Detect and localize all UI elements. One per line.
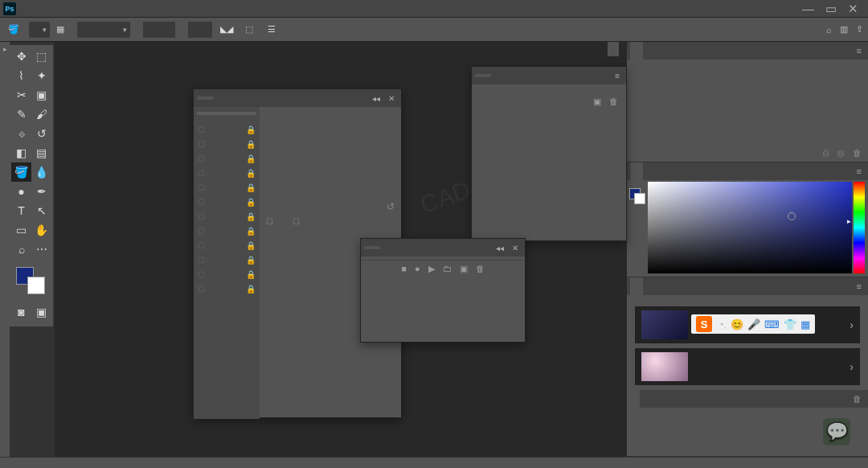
collapse-icon[interactable]: ◂◂ <box>493 244 507 252</box>
color-tab[interactable] <box>630 162 643 180</box>
ime-toolbar[interactable]: S •, 😊 🎤 ⌨ 👕 ▦ <box>691 314 815 334</box>
opt-dual-brush[interactable]: ☐🔒 <box>194 166 260 181</box>
gradient-tool[interactable]: ▤ <box>31 143 51 162</box>
opt-wet-edge[interactable]: ☐🔒 <box>194 239 260 253</box>
panel-dock-right[interactable] <box>608 42 619 56</box>
marquee-tool[interactable]: ⬚ <box>31 47 51 66</box>
maximize-button[interactable]: ▭ <box>825 2 837 16</box>
workspace-icon[interactable]: ▥ <box>840 24 848 35</box>
opt-noise[interactable]: ☐🔒 <box>194 224 260 239</box>
swatches-tab[interactable] <box>475 74 491 77</box>
close-panel-icon[interactable]: ✕ <box>385 94 398 103</box>
panel-menu-icon[interactable]: ≡ <box>854 166 865 176</box>
path-select-tool[interactable]: ↖ <box>31 201 51 220</box>
opt-protect-tex[interactable]: ☐🔒 <box>194 282 260 297</box>
all-layers-icon[interactable]: ☰ <box>264 22 280 38</box>
ime-emoji-icon[interactable]: 😊 <box>731 318 743 330</box>
adjust-tab[interactable] <box>656 277 669 295</box>
panel-menu-icon[interactable]: ≡ <box>854 281 865 291</box>
trash-icon[interactable]: 🗑 <box>609 96 618 107</box>
move-tool[interactable]: ✥ <box>11 47 31 66</box>
fg-bg-swatch[interactable] <box>16 267 47 299</box>
pattern-icon[interactable]: ▦ <box>56 24 64 35</box>
new-set-icon[interactable]: 🗀 <box>443 264 452 274</box>
ime-punct-icon[interactable]: •, <box>720 318 727 330</box>
zoom-tool[interactable]: ⌕ <box>11 240 31 259</box>
brush-tool[interactable]: 🖌 <box>31 105 51 124</box>
tolerance-value[interactable] <box>188 22 212 38</box>
actions-tab[interactable] <box>364 246 380 249</box>
opt-color-dyn[interactable]: ☐🔒 <box>194 181 260 195</box>
paths-tab[interactable] <box>653 390 665 408</box>
ime-skin-icon[interactable]: 👕 <box>784 318 796 330</box>
opacity-value[interactable] <box>143 22 175 38</box>
pen-tool[interactable]: ✒ <box>31 182 51 201</box>
clone-tool[interactable]: ⟐ <box>11 124 31 143</box>
opt-buildup[interactable]: ☐🔒 <box>194 253 260 268</box>
opt-scatter[interactable]: ☐🔒 <box>194 138 260 152</box>
ime-keyboard-icon[interactable]: ⌨ <box>764 318 780 330</box>
opt-pose[interactable]: ☐🔒 <box>194 210 260 224</box>
bucket-tool[interactable]: 🪣 <box>11 162 31 182</box>
quickmask-tool[interactable]: ◙ <box>13 302 30 322</box>
snapshot-icon[interactable]: ◎ <box>837 148 845 158</box>
lasso-tool[interactable]: ⌇ <box>11 66 31 85</box>
crop-tool[interactable]: ✂ <box>11 85 31 105</box>
trash-icon[interactable]: 🗑 <box>853 148 862 158</box>
ime-mic-icon[interactable]: 🎤 <box>747 318 760 330</box>
trash-icon[interactable]: 🗑 <box>476 264 485 274</box>
trash-icon[interactable]: 🗑 <box>846 394 868 404</box>
magic-wand-tool[interactable]: ✦ <box>31 66 51 85</box>
hue-slider[interactable] <box>854 182 865 273</box>
stop-icon[interactable]: ■ <box>401 264 407 274</box>
brush-settings-tab[interactable] <box>197 96 213 100</box>
fill-source-select[interactable] <box>29 22 50 38</box>
opt-smoothing[interactable]: ☐🔒 <box>194 268 260 282</box>
panel-menu-icon[interactable]: ≡ <box>612 72 623 80</box>
bucket-tool-icon[interactable]: 🪣 <box>5 21 23 39</box>
reset-icon[interactable]: ↺ <box>387 201 395 212</box>
left-flyout[interactable] <box>0 42 10 468</box>
opt-shape-dyn[interactable]: ☐🔒 <box>194 123 260 138</box>
libraries-tab[interactable] <box>643 277 656 295</box>
new-swatch-icon[interactable]: ▣ <box>593 96 601 107</box>
background-swatch[interactable] <box>27 277 45 294</box>
minimize-button[interactable]: — <box>802 2 814 16</box>
eyedropper-tool[interactable]: ✎ <box>11 105 31 124</box>
history-brush-tool[interactable]: ↺ <box>31 124 51 143</box>
type-tool[interactable]: T <box>11 201 31 220</box>
blur-tool[interactable]: 💧 <box>31 162 51 182</box>
dodge-tool[interactable]: ● <box>11 182 31 201</box>
lesson-card-1[interactable]: S •, 😊 🎤 ⌨ 👕 ▦ › <box>635 306 860 343</box>
collapse-icon[interactable]: ◂◂ <box>369 94 383 103</box>
screenmode-tool[interactable]: ▣ <box>33 302 50 322</box>
lesson-card-2[interactable]: › <box>635 348 860 385</box>
record-icon[interactable]: ● <box>415 264 420 274</box>
contiguous-icon[interactable]: ⬚ <box>241 22 257 38</box>
share-icon[interactable]: ⇪ <box>856 24 863 35</box>
edit-toolbar[interactable]: ⋯ <box>31 240 51 259</box>
antialias-icon[interactable]: ◣◢ <box>219 22 235 38</box>
play-icon[interactable]: ▶ <box>428 264 435 274</box>
learn-tab[interactable] <box>630 277 643 295</box>
brushes-button[interactable] <box>197 112 256 115</box>
brushes-tab[interactable] <box>213 96 229 100</box>
new-action-icon[interactable]: ▣ <box>460 264 468 274</box>
brush-presets[interactable] <box>263 110 398 199</box>
panel-menu-icon[interactable]: ≡ <box>854 46 865 55</box>
color-field[interactable] <box>648 182 852 273</box>
close-button[interactable]: ✕ <box>848 2 858 16</box>
mode-select[interactable] <box>77 22 130 38</box>
eraser-tool[interactable]: ◧ <box>11 143 31 162</box>
opt-texture[interactable]: ☐🔒 <box>194 152 260 166</box>
layers-tab[interactable] <box>627 390 640 408</box>
shape-tool[interactable]: ▭ <box>11 220 31 240</box>
hand-tool[interactable]: ✋ <box>31 220 51 240</box>
color-fgbg-swatch[interactable] <box>629 188 645 204</box>
frame-tool[interactable]: ▣ <box>31 85 51 105</box>
camera-icon[interactable]: ⎙ <box>823 148 829 158</box>
close-panel-icon[interactable]: ✕ <box>509 244 522 252</box>
channels-tab[interactable] <box>640 390 653 408</box>
search-icon[interactable]: ⌕ <box>826 25 832 35</box>
history-tab[interactable] <box>630 42 643 60</box>
